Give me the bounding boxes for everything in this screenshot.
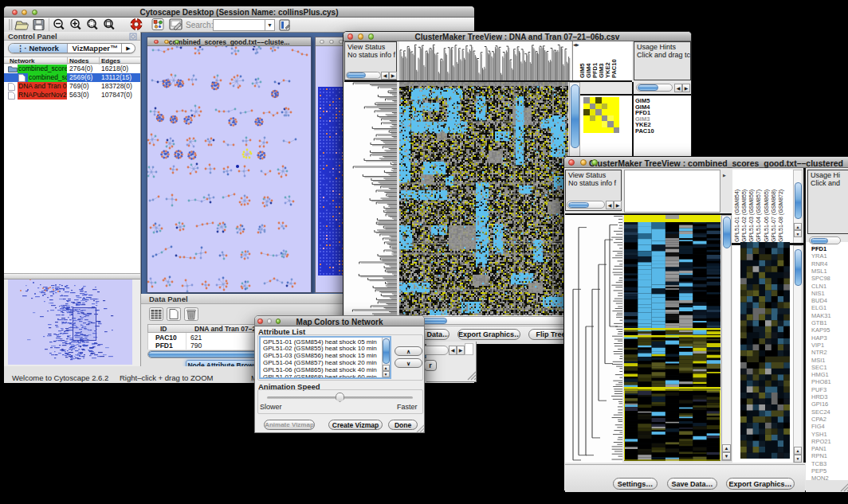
svg-text:GPL51-07 (GSM868): GPL51-07 (GSM868) [771, 189, 777, 242]
svg-text:PAC10: PAC10 [610, 59, 618, 78]
svg-text:GPL51-02 (GSM855): GPL51-02 (GSM855) [741, 189, 748, 242]
svg-text:GPL51-01 (GSM854): GPL51-01 (GSM854) [734, 189, 740, 242]
svg-text:GPL51-06 (GSM865): GPL51-06 (GSM865) [764, 189, 770, 242]
svg-text:GPL51-08 (GSM872): GPL51-08 (GSM872) [778, 189, 784, 242]
svg-text:GPL51-04 (GSM857): GPL51-04 (GSM857) [756, 189, 762, 242]
svg-text:GPL51-03 (GSM856): GPL51-03 (GSM856) [748, 189, 755, 242]
